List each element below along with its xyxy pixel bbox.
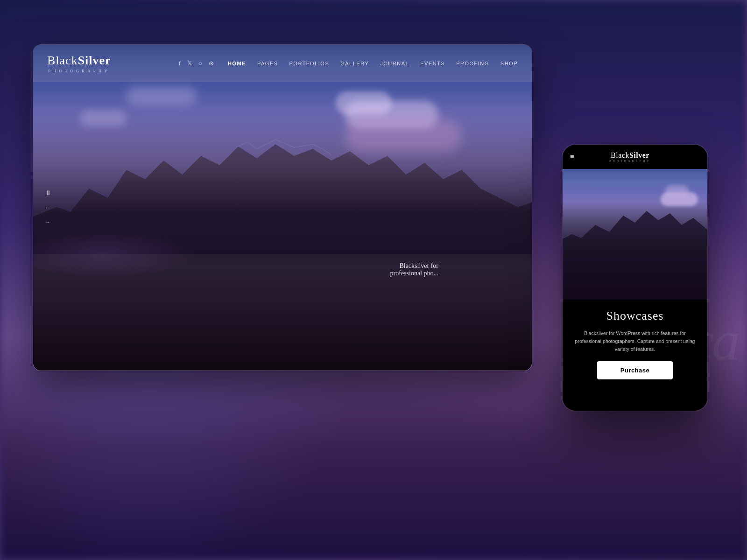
slider-controls: ⏸ ← →	[45, 189, 51, 226]
nav-home[interactable]: HOME	[228, 61, 246, 66]
desktop-overlay-text: Blacksilver for professional pho...	[390, 262, 438, 277]
nav-journal[interactable]: JOURNAL	[380, 61, 409, 66]
desktop-logo-sub: PHOTOGRAPHY	[47, 69, 111, 73]
cloud-4	[80, 110, 127, 126]
next-arrow[interactable]: →	[45, 219, 51, 226]
hamburger-icon[interactable]: ≡	[570, 153, 574, 161]
mobile-content: Showcases Blacksilver for WordPress with…	[563, 300, 707, 411]
desktop-mockup: BlackSilver PHOTOGRAPHY f 𝕏 ○ ⊛ HOME PAG…	[33, 44, 532, 371]
facebook-icon[interactable]: f	[179, 60, 181, 67]
sky-layer	[33, 82, 532, 213]
mobile-hero-image	[563, 169, 707, 300]
pause-button[interactable]: ⏸	[45, 189, 51, 197]
ambient-light	[33, 231, 197, 277]
mobile-description: Blacksilver for WordPress with rich feat…	[572, 329, 698, 353]
purchase-button[interactable]: Purchase	[597, 361, 673, 379]
mobile-inner: ≡ BlackSilver PHOTOGRAPHY	[563, 145, 707, 411]
mobile-navbar: ≡ BlackSilver PHOTOGRAPHY	[563, 145, 707, 169]
desktop-navbar: BlackSilver PHOTOGRAPHY f 𝕏 ○ ⊛ HOME PAG…	[33, 45, 532, 82]
mobile-logo-name: BlackSilver	[609, 151, 651, 160]
nav-links: HOME PAGES PORTFOLIOS GALLERY JOURNAL EV…	[228, 61, 518, 66]
prev-arrow[interactable]: ←	[45, 204, 51, 211]
twitter-icon[interactable]: 𝕏	[187, 60, 192, 67]
mobile-logo-sub: PHOTOGRAPHY	[609, 160, 651, 162]
desktop-nav-right: f 𝕏 ○ ⊛ HOME PAGES PORTFOLIOS GALLERY JO…	[179, 60, 518, 67]
desktop-logo: BlackSilver PHOTOGRAPHY	[47, 54, 111, 73]
desktop-text-line1: Blacksilver for	[390, 262, 438, 270]
desktop-logo-name: BlackSilver	[47, 54, 111, 68]
desktop-inner: BlackSilver PHOTOGRAPHY f 𝕏 ○ ⊛ HOME PAG…	[33, 45, 532, 371]
nav-gallery[interactable]: GALLERY	[340, 61, 369, 66]
500px-icon[interactable]: ⊛	[209, 60, 214, 67]
nav-proofing[interactable]: PROOFING	[456, 61, 489, 66]
desktop-text-line2: professional pho...	[390, 270, 438, 277]
instagram-icon[interactable]: ○	[198, 60, 202, 67]
mobile-water	[563, 253, 707, 300]
nav-shop[interactable]: SHOP	[500, 61, 518, 66]
cloud-2	[336, 91, 392, 115]
cloud-3	[127, 87, 197, 105]
mobile-logo: BlackSilver PHOTOGRAPHY	[609, 151, 651, 162]
mobile-cloud-2	[665, 185, 689, 197]
cloud-5	[345, 119, 462, 152]
social-icons: f 𝕏 ○ ⊛	[179, 60, 214, 67]
mobile-mockup: ≡ BlackSilver PHOTOGRAPHY	[563, 145, 707, 411]
mobile-showcase-title: Showcases	[606, 309, 663, 323]
nav-pages[interactable]: PAGES	[257, 61, 278, 66]
nav-portfolios[interactable]: PORTFOLIOS	[289, 61, 330, 66]
nav-events[interactable]: EVENTS	[420, 61, 445, 66]
